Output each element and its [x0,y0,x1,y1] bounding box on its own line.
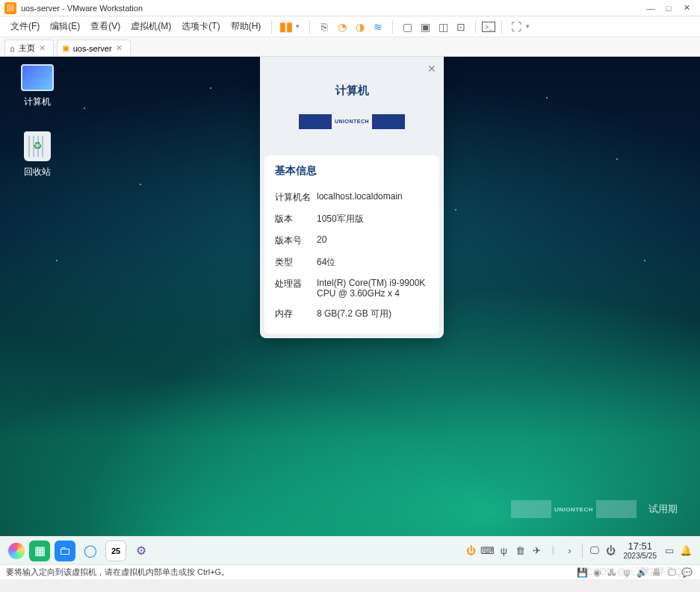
desktop-watermark: UNIONTECH 试用期 [511,500,678,518]
network-icon[interactable]: ✈ [529,545,545,556]
menu-vm[interactable]: 虚拟机(M) [126,19,176,34]
snapshot-manager-icon[interactable]: ◑ [352,19,368,35]
device-printer-icon[interactable]: 🖶 [649,567,664,578]
keyboard-icon[interactable]: ⌨ [480,545,496,556]
pause-icon[interactable]: ▮▮ [278,19,294,35]
menu-help[interactable]: 帮助(H) [226,19,266,34]
close-icon[interactable]: ✕ [39,43,46,53]
menu-view[interactable]: 查看(V) [86,19,125,34]
vm-desktop[interactable]: 计算机 ♻ 回收站 ✕ 计算机 UNIONTECH 基本信息 计算机名local… [0,57,700,564]
view-multi-icon[interactable]: ▣ [417,19,433,35]
shutdown-icon[interactable]: ⏻ [603,545,619,556]
view-unity-icon[interactable]: ◫ [435,19,451,35]
watermark-label: 试用期 [648,502,678,516]
info-row-cpu: 处理器Intel(R) Core(TM) i9-9900K CPU @ 3.60… [275,273,429,303]
info-row-hostname: 计算机名localhost.localdomain [275,187,429,208]
minimize-button[interactable]: — [642,4,660,13]
uniontech-logo: UNIONTECH [511,500,636,518]
dropdown-icon[interactable]: ▼ [294,23,300,30]
trash-icon: ♻ [24,131,51,161]
tab-bar: ⌂ 主页 ✕ ▣ uos-server ✕ [0,37,700,57]
calendar-icon[interactable]: 25 [105,540,126,561]
dropdown-icon[interactable]: ▼ [524,23,530,30]
device-network-icon[interactable]: 🖧 [604,567,619,578]
info-row-memory: 内存8 GB(7.2 GB 可用) [275,303,429,325]
vmware-statusbar: 要将输入定向到该虚拟机，请在虚拟机内部单击或按 Ctrl+G。 💾 ◉ 🖧 ψ … [0,564,700,579]
home-icon: ⌂ [10,44,15,53]
tab-home[interactable]: ⌂ 主页 ✕ [4,40,54,56]
uniontech-logo: UNIONTECH [299,114,405,129]
send-ctrl-alt-del-icon[interactable]: ⎘ [316,19,332,35]
chevron-right-icon[interactable]: › [562,545,578,556]
uos-taskbar: ▦ 🗀 ◯ 25 ⚙ ⏻ ⌨ ψ 🗑 ✈ ᛒ › 🖵 ⏻ 17:51 2023/… [0,536,700,564]
multitask-icon[interactable]: ▦ [29,540,50,561]
device-cd-icon[interactable]: ◉ [589,567,604,578]
computer-info-dialog: ✕ 计算机 UNIONTECH 基本信息 计算机名localhost.local… [260,57,444,338]
info-row-version: 版本1050军用版 [275,208,429,230]
trash-tray-icon[interactable]: 🗑 [512,545,529,556]
device-floppy-icon[interactable]: 💾 [574,567,589,578]
power-icon[interactable]: ⏻ [463,545,480,556]
revert-icon[interactable]: ≋ [370,19,386,35]
status-hint: 要将输入定向到该虚拟机，请在虚拟机内部单击或按 Ctrl+G。 [6,567,229,578]
dialog-title: 计算机 [335,84,369,98]
device-sound-icon[interactable]: 🔊 [634,567,649,578]
desktop-icon-computer[interactable]: 计算机 [13,64,61,108]
file-manager-icon[interactable]: 🗀 [55,540,75,561]
browser-icon[interactable]: ◯ [80,540,101,561]
monitor-icon[interactable]: 🖵 [586,545,603,556]
desktop-show-icon[interactable]: ▭ [661,545,678,556]
device-display-icon[interactable]: 🖵 [664,567,679,578]
usb-icon[interactable]: ψ [496,545,512,556]
menu-toolbar: 文件(F) 编辑(E) 查看(V) 虚拟机(M) 选项卡(T) 帮助(H) ▮▮… [0,16,700,37]
maximize-button[interactable]: □ [660,4,678,13]
view-single-icon[interactable]: ▢ [399,19,415,35]
stretch-icon[interactable]: ⛶ [508,19,524,35]
close-icon[interactable]: ✕ [116,43,123,53]
tab-vm[interactable]: ▣ uos-server ✕ [57,40,131,56]
close-icon[interactable]: ✕ [427,63,436,75]
device-usb-icon[interactable]: ψ [619,567,634,578]
section-heading: 基本信息 [275,164,429,178]
desktop-icon-label: 回收站 [13,166,61,178]
window-titlebar: 回 uos-server - VMware Workstation — □ ✕ [0,0,700,16]
menu-file[interactable]: 文件(F) [6,19,44,34]
menu-edit[interactable]: 编辑(E) [46,19,84,34]
view-console-icon[interactable]: ⊡ [453,19,469,35]
info-row-build: 版本号20 [275,230,429,252]
launcher-icon[interactable] [8,543,25,559]
snapshot-icon[interactable]: ◔ [334,19,350,35]
window-title: uos-server - VMware Workstation [21,4,143,13]
settings-icon[interactable]: ⚙ [131,540,152,561]
clock-time: 17:51 [628,541,652,552]
close-button[interactable]: ✕ [678,3,696,13]
device-message-icon[interactable]: 💬 [679,567,694,578]
desktop-icon-trash[interactable]: ♻ 回收站 [13,131,61,178]
computer-icon [21,64,54,91]
tab-label: 主页 [19,43,35,54]
vm-icon: ▣ [62,43,69,53]
info-row-type: 类型64位 [275,252,429,273]
app-icon: 回 [4,2,16,14]
desktop-icon-label: 计算机 [13,96,61,108]
dialog-header: ✕ 计算机 UNIONTECH [260,57,444,155]
fullscreen-icon[interactable]: >_ [482,22,495,32]
tab-label: uos-server [73,44,112,53]
bluetooth-icon[interactable]: ᛒ [545,545,562,556]
dialog-body: 基本信息 计算机名localhost.localdomain 版本1050军用版… [264,155,439,334]
clock[interactable]: 17:51 2023/5/25 [619,541,662,560]
clock-date: 2023/5/25 [624,552,657,560]
menu-tabs[interactable]: 选项卡(T) [177,19,224,34]
notifications-icon[interactable]: 🔔 [678,545,694,556]
